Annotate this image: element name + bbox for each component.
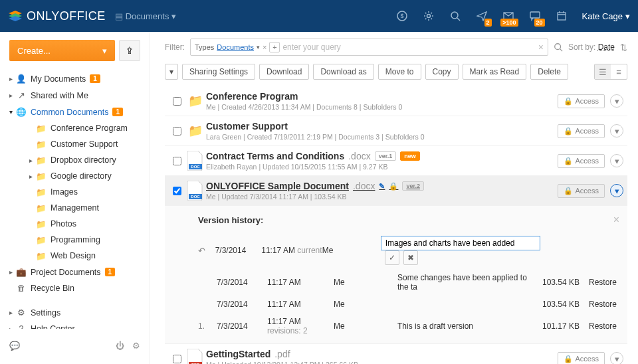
file-row[interactable]: DOC Contract Terms and Conditions.docx v… — [165, 146, 627, 176]
header-module-selector[interactable]: ▤ Documents ▾ — [115, 11, 177, 21]
file-row[interactable]: PDF GettingStarted.pdf Me | Uploaded 10/… — [165, 344, 627, 364]
history-user: Me — [334, 300, 397, 309]
sidebar-subfolder[interactable]: 📁 Customer Support — [29, 136, 140, 152]
header-mail-icon[interactable]: >100 — [496, 0, 521, 32]
history-time: 11:17 AM — [267, 300, 334, 309]
history-desc: This is a draft version — [397, 321, 533, 331]
sidebar-item-my-documents[interactable]: ▸ 👤 My Documents 1 — [9, 70, 140, 87]
footer-chat-icon[interactable]: 💬 — [9, 341, 20, 351]
view-list-icon[interactable]: ☰ — [595, 64, 611, 79]
access-button[interactable]: 🔒Access — [558, 184, 605, 198]
folder-icon: 📁 — [36, 187, 47, 197]
view-compact-icon[interactable]: ≡ — [611, 64, 627, 79]
history-user: Me — [322, 246, 381, 255]
file-checkbox[interactable] — [173, 97, 181, 106]
header-currency-icon[interactable]: $ — [389, 0, 415, 32]
header-chat-icon[interactable]: 20 — [522, 0, 548, 32]
close-icon[interactable]: × — [613, 214, 619, 226]
access-button[interactable]: 🔒Access — [558, 352, 605, 365]
file-checkbox[interactable] — [173, 355, 181, 363]
lock-icon: 🔒 — [564, 97, 573, 106]
sidebar-subfolder[interactable]: 📁 Web Design — [29, 248, 140, 264]
sidebar-subfolder[interactable]: 📁 Programming — [29, 232, 140, 248]
sort-by[interactable]: Sort by: Date — [568, 43, 615, 52]
sidebar-subfolder[interactable]: ▸ 📁 Google directory — [29, 168, 140, 184]
search-icon[interactable] — [554, 43, 563, 52]
filter-add-button[interactable]: + — [269, 42, 280, 52]
row-menu-button[interactable]: ▾ — [610, 124, 623, 137]
file-row[interactable]: DOC ONLYOFFICE Sample Document.docx ✎🔒ve… — [165, 176, 627, 206]
file-row[interactable]: 📁 Conference Program Me | Created 4/26/2… — [165, 86, 627, 116]
footer-gear-icon[interactable]: ⚙ — [132, 341, 140, 351]
caret-down-icon: ▾ — [9, 108, 16, 116]
restore-link[interactable]: Restore — [589, 321, 617, 331]
file-title[interactable]: Conference Program — [206, 91, 558, 102]
file-checkbox[interactable] — [173, 187, 181, 195]
file-title[interactable]: ONLYOFFICE Sample Document.docx ✎🔒ver.2 — [206, 181, 558, 191]
chip-value[interactable]: Documents — [217, 43, 254, 51]
footer-power-icon[interactable]: ⏻ — [116, 341, 124, 351]
sidebar-item-help[interactable]: ▸ ? Help Center — [9, 321, 140, 329]
person-icon: 👤 — [16, 74, 27, 84]
file-checkbox[interactable] — [173, 157, 181, 165]
sidebar-subfolder[interactable]: 📁 Photos — [29, 216, 140, 232]
mark-read-button[interactable]: Mark as Read — [463, 64, 527, 80]
sidebar-subfolder[interactable]: 📁 Images — [29, 184, 140, 200]
header-search-icon[interactable] — [443, 0, 468, 32]
sharing-button[interactable]: Sharing Settings — [182, 64, 255, 80]
file-title[interactable]: Contract Terms and Conditions.docx ver.1… — [206, 151, 558, 161]
row-menu-button[interactable]: ▾ — [610, 184, 623, 197]
sidebar-subfolder[interactable]: ▸ 📁 Dropbox directory — [29, 152, 140, 168]
row-menu-button[interactable]: ▾ — [610, 352, 623, 364]
file-title[interactable]: Customer Support — [206, 121, 558, 132]
sidebar-item-shared[interactable]: ▸ ↗ Shared with Me — [9, 87, 140, 104]
new-badge: new — [400, 151, 420, 161]
sidebar-subfolder[interactable]: 📁 Conference Program — [29, 120, 140, 136]
header-settings-icon[interactable] — [416, 0, 441, 32]
access-button[interactable]: 🔒Access — [558, 94, 605, 108]
lock-icon[interactable]: 🔒 — [389, 182, 398, 191]
file-row[interactable]: 📁 Customer Support Lara Green | Created … — [165, 116, 627, 146]
confirm-icon[interactable]: ✓ — [385, 250, 399, 265]
access-button[interactable]: 🔒Access — [558, 154, 605, 168]
row-menu-button[interactable]: ▾ — [610, 94, 623, 108]
sidebar-item-project[interactable]: ▸ 💼 Project Documents 1 — [9, 264, 140, 280]
edit-icon[interactable]: ✎ — [379, 182, 385, 191]
select-all-button[interactable]: ▾ — [165, 64, 178, 80]
sidebar-item-recycle[interactable]: 🗑 Recycle Bin — [9, 280, 140, 296]
file-checkbox[interactable] — [173, 127, 181, 136]
sidebar-item-settings[interactable]: ▸ ⚙ Settings — [9, 304, 140, 321]
sort-value[interactable]: Date — [598, 43, 615, 52]
filter-input[interactable] — [282, 43, 535, 52]
create-button[interactable]: Create... ▾ — [9, 40, 115, 61]
restore-link[interactable]: Restore — [589, 278, 617, 287]
filter-clear-icon[interactable]: × — [538, 42, 544, 52]
copy-button[interactable]: Copy — [425, 64, 459, 80]
caret-right-icon: ▸ — [9, 75, 16, 82]
user-menu[interactable]: Kate Cage ▾ — [582, 11, 630, 21]
history-comment-input[interactable] — [381, 236, 540, 250]
delete-button[interactable]: Delete — [530, 64, 568, 80]
sidebar-item-common[interactable]: ▾ 🌐 Common Documents 1 — [9, 104, 140, 120]
header-send-icon[interactable]: 2 — [469, 0, 494, 32]
version-badge: ver.1 — [375, 151, 397, 161]
access-button[interactable]: 🔒Access — [558, 124, 605, 138]
download-button[interactable]: Download — [259, 64, 309, 80]
version-badge: ver.2 — [402, 181, 424, 191]
filter-box: Types Documents ▾ × + × — [190, 39, 548, 56]
header-calendar-icon[interactable] — [549, 0, 574, 32]
row-menu-button[interactable]: ▾ — [610, 154, 623, 167]
download-as-button[interactable]: Download as — [313, 64, 373, 80]
history-time: 11:17 AM — [267, 278, 334, 287]
version-history-panel: Version history: × ↶ 7/3/2014 11:17 AM c… — [165, 206, 627, 344]
filter-chip[interactable]: Types Documents ▾ × — [195, 43, 266, 51]
sidebar-subfolder[interactable]: 📁 Management — [29, 200, 140, 216]
upload-button[interactable]: ⮸ — [119, 40, 140, 61]
revert-icon[interactable]: ↶ — [198, 246, 205, 256]
sort-direction-icon[interactable]: ⇅ — [620, 43, 627, 52]
move-to-button[interactable]: Move to — [378, 64, 421, 80]
file-title[interactable]: GettingStarted.pdf — [206, 349, 558, 359]
restore-link[interactable]: Restore — [589, 300, 617, 309]
chip-remove-icon[interactable]: × — [263, 43, 266, 51]
cancel-icon[interactable]: ✖ — [403, 250, 418, 265]
